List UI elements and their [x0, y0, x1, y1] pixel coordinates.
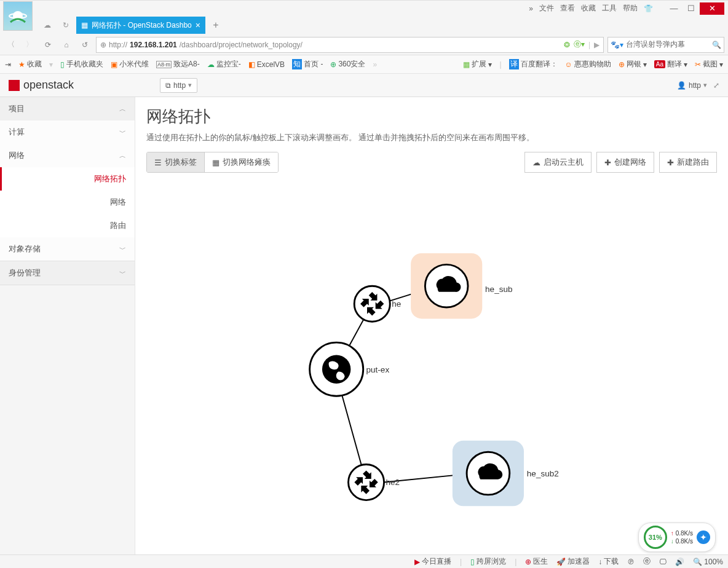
toggle-collapse-button[interactable]: ▦切换网络瘫痪: [205, 152, 278, 172]
bm-excelvb[interactable]: ◧ExcelVB: [248, 60, 285, 69]
bm-shouye[interactable]: 知首页 -: [292, 59, 323, 69]
dashboard-header: openstack ⧉ http ▾ 👤 http ▾ ⤢: [0, 74, 728, 97]
menu-chevron[interactable]: »: [529, 4, 533, 13]
label-he: he: [392, 299, 401, 309]
url-host: 192.168.1.201: [130, 41, 177, 49]
nav-restore-button[interactable]: ↺: [77, 37, 92, 52]
expand-icon[interactable]: ⤢: [713, 81, 719, 90]
status-doctor[interactable]: ⊕医生: [525, 556, 548, 567]
menu-favorites[interactable]: 收藏: [581, 3, 596, 14]
sidebar-project[interactable]: 项目︿: [0, 97, 135, 120]
bm-translate2[interactable]: Aa翻译 ▾: [654, 59, 687, 69]
status-bar: ▶今日直播 | ▯跨屏浏览 | ⊕医生 🚀加速器 ↓下载 ℗ ⓔ 🖵 🔊 🔍10…: [0, 554, 728, 568]
sidebar-network[interactable]: 网络︿: [0, 144, 135, 167]
bm-screenshot[interactable]: ✂截图 ▾: [695, 59, 723, 69]
network-topology-canvas[interactable]: he_sub he_sub2 he: [146, 179, 717, 548]
browser-search-box[interactable]: 🐾▾ 台湾误射导弹内幕 🔍: [607, 37, 724, 53]
bm-jiankong[interactable]: ☁监控宝-: [207, 59, 241, 69]
bm-netbank[interactable]: ⊕网银 ▾: [619, 59, 647, 69]
status-today-live[interactable]: ▶今日直播: [414, 556, 451, 567]
nav-home-button[interactable]: ⌂: [59, 37, 74, 52]
status-sound-icon[interactable]: 🔊: [675, 558, 684, 566]
nav-forward-button[interactable]: 〉: [22, 37, 37, 52]
bm-mobile[interactable]: ▯手机收藏夹: [60, 59, 103, 69]
sidebar-object-storage[interactable]: 对象存储﹀: [0, 237, 135, 261]
ie-mode-icon[interactable]: ⓔ▾: [574, 39, 585, 50]
browser-url-bar: 〈 〉 ⟳ ⌂ ↺ ⊕ http://192.168.1.201/dashboa…: [0, 34, 728, 55]
browser-avatar[interactable]: [3, 1, 33, 31]
search-engine-icon[interactable]: 🐾▾: [611, 41, 623, 49]
main-layout: 项目︿ 计算﹀ 网络︿ 网络拓扑 网络 路由 对象存储﹀ 身份管理﹀ 网络拓扑 …: [0, 97, 728, 554]
brand-logo[interactable]: openstack: [9, 79, 74, 92]
bm-extensions[interactable]: ▦扩展 ▾: [463, 59, 492, 69]
url-path: /dashboard/project/network_topology/: [180, 41, 303, 49]
history-tab-icon[interactable]: ↻: [58, 17, 74, 33]
sidebar-item-routers[interactable]: 路由: [0, 214, 135, 237]
url-prefix: http://: [109, 41, 127, 49]
speed-badge-icon[interactable]: ✦: [697, 531, 710, 544]
list-icon: ☰: [154, 158, 162, 167]
window-maximize-button[interactable]: ☐: [682, 2, 700, 15]
status-cross-screen[interactable]: ▯跨屏浏览: [470, 556, 506, 567]
chevron-down-icon: ▾: [703, 81, 707, 89]
user-name: http: [689, 81, 701, 90]
search-icon[interactable]: 🔍: [712, 41, 721, 49]
bm-expand-icon[interactable]: ⇥: [5, 60, 11, 69]
bm-360[interactable]: ⊕360安全: [330, 59, 365, 69]
search-placeholder: 台湾误射导弹内幕: [626, 39, 685, 50]
cube-icon: ⧉: [165, 81, 171, 90]
sidebar-compute[interactable]: 计算﹀: [0, 120, 135, 144]
create-network-button[interactable]: ✚创建网络: [596, 152, 654, 173]
plus-icon: ✚: [667, 158, 674, 167]
status-screen-icon[interactable]: 🖵: [659, 558, 667, 566]
menu-view[interactable]: 查看: [560, 3, 575, 14]
launch-instance-button[interactable]: ☁启动云主机: [524, 152, 592, 173]
close-tab-button[interactable]: ×: [196, 20, 200, 30]
cloud-tab-icon[interactable]: ☁: [39, 17, 55, 33]
label-he2: he2: [386, 478, 400, 487]
status-ie-icon[interactable]: ⓔ: [643, 556, 651, 567]
label-putex: put-ex: [366, 365, 390, 374]
browser-tab-active[interactable]: ▦ 网络拓扑 - OpenStack Dashbo ×: [76, 17, 205, 34]
bookmark-bar: ⇥ ★收藏 ▾ ▯手机收藏夹 ▣小米代维 A8·m致远A8- ☁监控宝- ◧Ex…: [0, 55, 728, 74]
bm-zhiyuan[interactable]: A8·m致远A8-: [156, 59, 200, 69]
status-p-icon[interactable]: ℗: [627, 558, 635, 566]
user-menu[interactable]: 👤 http ▾: [677, 81, 707, 90]
sidebar-item-networks[interactable]: 网络: [0, 191, 135, 214]
coat-hanger-icon[interactable]: 👕: [644, 4, 653, 13]
nav-reload-button[interactable]: ⟳: [41, 37, 55, 52]
menu-tools[interactable]: 工具: [602, 3, 617, 14]
new-tab-button[interactable]: +: [208, 17, 224, 33]
nav-back-button[interactable]: 〈: [4, 37, 18, 52]
sidebar: 项目︿ 计算﹀ 网络︿ 网络拓扑 网络 路由 对象存储﹀ 身份管理﹀: [0, 97, 135, 554]
label-hesub: he_sub: [485, 285, 512, 294]
plus-icon: ✚: [604, 158, 611, 167]
chevron-down-icon: ▾: [188, 81, 192, 89]
speed-widget[interactable]: 31% ↑ 0.8K/s ↓ 0.8K/s ✦: [638, 523, 716, 552]
bm-huihui[interactable]: ☺惠惠购物助: [565, 59, 611, 69]
play-icon[interactable]: ▶: [594, 41, 599, 49]
bm-favorites[interactable]: ★收藏: [18, 59, 42, 69]
bm-translate[interactable]: 译百度翻译：: [509, 59, 558, 69]
bm-xiaomi[interactable]: ▣小米代维: [111, 59, 149, 69]
status-accelerator[interactable]: 🚀加速器: [556, 556, 590, 567]
page-title: 网络拓扑: [146, 106, 717, 127]
create-router-button[interactable]: ✚新建路由: [659, 152, 717, 173]
window-minimize-button[interactable]: —: [665, 2, 682, 15]
url-input[interactable]: ⊕ http://192.168.1.201/dashboard/project…: [96, 37, 604, 53]
compat-icon[interactable]: ❂: [564, 41, 570, 49]
project-name: http: [173, 81, 186, 90]
status-zoom[interactable]: 🔍100%: [693, 558, 723, 566]
grid-icon: ▦: [212, 158, 220, 167]
window-close-button[interactable]: ✕: [700, 2, 724, 15]
menu-file[interactable]: 文件: [539, 3, 554, 14]
menu-help[interactable]: 帮助: [623, 3, 638, 14]
sidebar-identity[interactable]: 身份管理﹀: [0, 261, 135, 285]
user-icon: 👤: [677, 81, 686, 90]
status-download[interactable]: ↓下载: [598, 556, 619, 567]
sidebar-item-topology[interactable]: 网络拓扑: [0, 167, 135, 191]
node-he2[interactable]: [349, 465, 384, 500]
toggle-labels-button[interactable]: ☰切换标签: [147, 152, 205, 172]
node-he[interactable]: [354, 286, 390, 321]
project-selector[interactable]: ⧉ http ▾: [160, 78, 197, 93]
